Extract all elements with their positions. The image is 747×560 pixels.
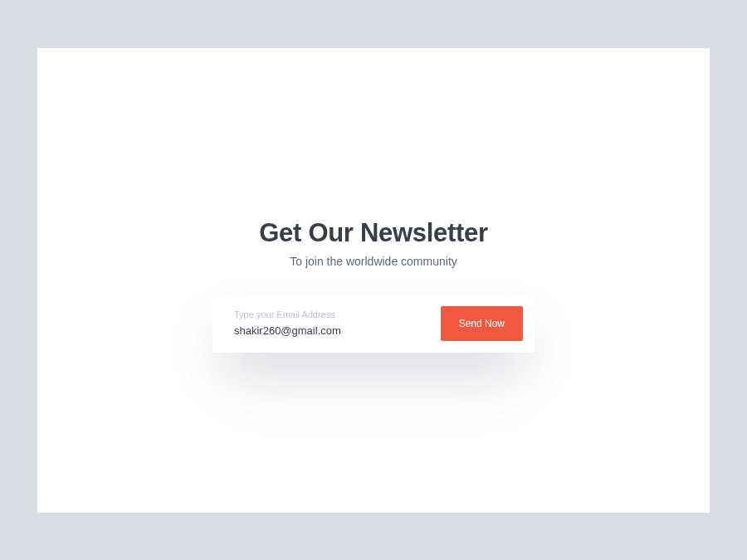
page-canvas: Get Our Newsletter To join the worldwide… [37, 48, 710, 513]
newsletter-form: Type your Email Address Send Now [212, 295, 535, 353]
email-input[interactable] [234, 324, 441, 337]
newsletter-section: Get Our Newsletter To join the worldwide… [37, 218, 710, 353]
email-field-wrapper: Type your Email Address [234, 309, 441, 337]
section-title: Get Our Newsletter [259, 218, 487, 248]
send-now-button[interactable]: Send Now [441, 306, 523, 341]
section-subtitle: To join the worldwide community [290, 255, 457, 268]
email-placeholder-label: Type your Email Address [234, 309, 441, 319]
